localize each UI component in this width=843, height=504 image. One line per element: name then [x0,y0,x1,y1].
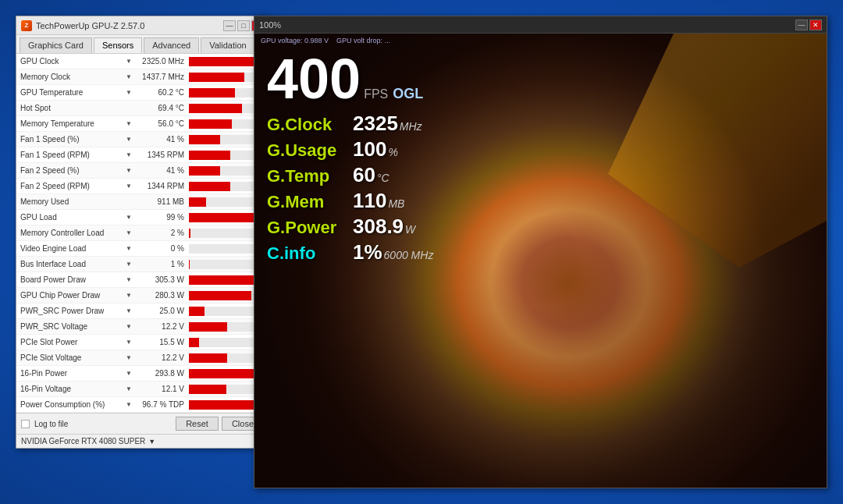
sensor-name: GPU Temperature [18,88,123,97]
reset-button[interactable]: Reset [176,417,219,431]
maximize-button[interactable]: □ [237,20,250,31]
sensor-dropdown-icon[interactable]: ▼ [123,136,134,143]
sensor-dropdown-icon[interactable]: ▼ [123,58,134,65]
sensor-value: 1344 RPM [134,182,187,190]
sensor-name: Board Power Draw [18,275,123,284]
sensor-dropdown-icon[interactable]: ▼ [123,229,134,236]
sensor-dropdown-icon[interactable]: ▼ [123,245,134,252]
sensor-bar [189,151,230,160]
sensor-dropdown-icon[interactable]: ▼ [123,339,134,346]
sensor-dropdown-icon[interactable]: ▼ [123,261,134,268]
sensor-dropdown-icon[interactable]: ▼ [123,307,134,314]
sensor-bar [189,135,220,144]
sensor-dropdown-icon[interactable]: ▼ [123,120,134,127]
sensor-row: GPU Temperature▼60.2 °C [16,85,269,101]
overlay-content: GPU voltage: 0.988 V GPU volt drop: ... … [254,34,827,488]
minimize-button[interactable]: — [223,20,236,31]
sensor-row: 16-Pin Power▼293.8 W [16,366,269,382]
hud-stat-value: 1% [353,240,382,264]
gpuz-tabs: Graphics Card Sensors Advanced Validatio… [16,35,269,54]
sensor-dropdown-icon[interactable]: ▼ [123,354,134,361]
sensor-dropdown-icon[interactable]: ▼ [123,401,134,408]
sensor-dropdown-icon[interactable]: ▼ [123,292,134,299]
sensor-name: Hot Spot [18,104,123,112]
sensor-name: GPU Load [18,213,123,222]
sensor-row: PWR_SRC Power Draw▼25.0 W [16,303,269,319]
fps-api: OGL [393,86,423,102]
hud-stat-value: 110 [353,189,386,213]
sensor-bar [189,166,220,176]
sensor-value: 12.1 V [134,385,187,393]
sensor-name: Fan 2 Speed (%) [18,166,123,175]
sensor-row: Board Power Draw▼305.3 W [16,272,269,288]
sensor-row: GPU Clock▼2325.0 MHz [16,54,269,69]
sensor-value: 41 % [134,166,187,175]
gpuz-icon: Z [21,20,32,31]
sensor-name: Memory Temperature [18,119,123,128]
hud-stat-label: G.Mem [267,192,353,212]
sensor-dropdown-icon[interactable]: ▼ [123,89,134,96]
tab-sensors[interactable]: Sensors [94,37,142,53]
hud-stat-label: C.info [267,243,353,264]
hud-stat-row: G.Temp60°C [267,163,814,187]
sensor-name: Video Engine Load [18,244,123,253]
overlay-close-button[interactable]: ✕ [809,20,822,30]
sensor-bar [189,322,227,332]
gpu-name: NVIDIA GeForce RTX 4080 SUPER [21,437,145,445]
sensor-value: 12.2 V [134,322,187,331]
sensor-dropdown-icon[interactable]: ▼ [123,214,134,221]
sensor-value: 1 % [134,260,187,268]
gpuz-bottom-bar: Log to file Reset Close [16,413,269,434]
sensor-bar [189,291,251,300]
sensor-name: Power Consumption (%) [18,400,123,409]
sensor-bar [189,353,227,363]
sensor-bar [189,104,242,113]
hud-stat-unit: 6000 MHz [384,249,434,261]
overlay-titlebar: 100% — ✕ [254,16,827,34]
sensor-dropdown-icon[interactable]: ▼ [123,370,134,377]
sensor-dropdown-icon[interactable]: ▼ [123,167,134,174]
sensor-name: Fan 2 Speed (RPM) [18,182,123,190]
gpuz-window: Z TechPowerUp GPU-Z 2.57.0 — □ ✕ Graphic… [16,16,269,449]
log-checkbox[interactable] [21,420,30,428]
sensor-value: 15.5 W [134,338,187,346]
gpu-dropdown-icon[interactable]: ▼ [148,438,155,445]
sensor-dropdown-icon[interactable]: ▼ [123,151,134,158]
overlay-minimize-button[interactable]: — [795,20,808,30]
sensor-bar [189,369,254,378]
gpu-name-bar: NVIDIA GeForce RTX 4080 SUPER ▼ [16,434,269,448]
hud-stat-unit: W [405,223,415,236]
sensor-bar [189,307,205,316]
sensor-value: 911 MB [134,197,187,206]
gpuz-titlebar: Z TechPowerUp GPU-Z 2.57.0 — □ ✕ [16,16,269,35]
sensor-name: Memory Clock [18,73,123,81]
sensor-row: Fan 1 Speed (RPM)▼1345 RPM [16,147,269,163]
hud-stat-row: G.Clock2325MHz [267,112,814,136]
sensor-value: 305.3 W [134,275,187,284]
sensor-dropdown-icon[interactable]: ▼ [123,73,134,80]
sensor-value: 69.4 °C [134,104,187,112]
sensor-row: Fan 2 Speed (RPM)▼1344 RPM [16,179,269,194]
sensor-row: Memory Temperature▼56.0 °C [16,116,269,132]
fps-label: FPS [364,87,388,101]
sensor-row: 16-Pin Voltage▼12.1 V [16,382,269,397]
sensor-dropdown-icon[interactable]: ▼ [123,276,134,283]
hud-stat-label: G.Temp [267,166,353,186]
sensor-name: PCIe Slot Voltage [18,353,123,362]
sensor-value: 293.8 W [134,369,187,378]
sensors-list: GPU Clock▼2325.0 MHzMemory Clock▼1437.7 … [16,54,269,413]
tab-graphics-card[interactable]: Graphics Card [20,37,92,53]
sensor-bar [189,119,232,129]
sensor-bar [189,57,261,66]
tab-advanced[interactable]: Advanced [144,37,199,53]
hud-stats: G.Clock2325MHzG.Usage100%G.Temp60°CG.Mem… [267,112,814,264]
sensor-name: PCIe Slot Power [18,338,123,346]
sensor-dropdown-icon[interactable]: ▼ [123,183,134,190]
tab-validation[interactable]: Validation [201,37,255,53]
hud-stat-unit: % [388,146,397,158]
sensor-value: 1345 RPM [134,151,187,159]
hud-stat-label: G.Clock [267,115,353,135]
hud-stat-label: G.Usage [267,140,353,161]
sensor-dropdown-icon[interactable]: ▼ [123,323,134,330]
sensor-dropdown-icon[interactable]: ▼ [123,385,134,392]
